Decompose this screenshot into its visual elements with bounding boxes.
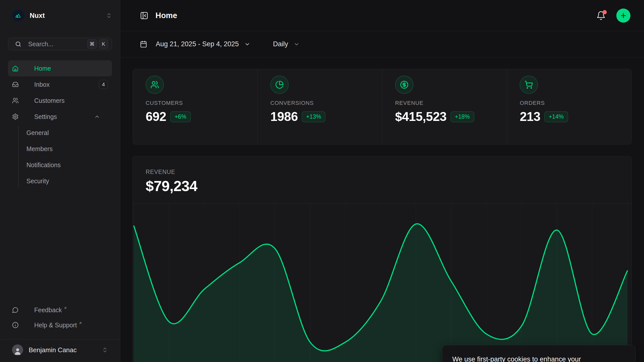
search-input[interactable]: Search... ⌘ K	[8, 38, 112, 50]
inbox-count-badge: 4	[99, 80, 108, 89]
cookie-banner: We use first-party cookies to enhance yo…	[442, 345, 636, 362]
stat-label: CUSTOMERS	[146, 100, 257, 106]
plus-icon	[620, 12, 627, 19]
sidebar-item-inbox[interactable]: Inbox 4	[8, 76, 112, 93]
chevron-down-icon	[244, 41, 250, 47]
dollar-circle-icon	[395, 76, 413, 94]
stat-delta-badge: +6%	[170, 111, 191, 122]
avatar	[12, 344, 23, 355]
kbd-k: K	[99, 39, 108, 49]
users-icon	[146, 76, 164, 94]
cookie-message: We use first-party cookies to enhance yo…	[452, 354, 611, 362]
stat-delta-badge: +18%	[451, 111, 474, 122]
sidebar-item-settings[interactable]: Settings	[8, 109, 112, 125]
sidebar-collapse-button[interactable]	[140, 11, 148, 20]
inbox-icon	[12, 81, 26, 88]
page-title: Home	[155, 11, 596, 20]
stat-revenue: REVENUE $415,523 +18%	[382, 69, 507, 144]
calendar-icon	[140, 40, 147, 48]
sidebar-item-security[interactable]: Security	[8, 173, 112, 189]
sidebar: Nuxt Search... ⌘ K	[0, 0, 120, 362]
chevron-down-icon	[294, 41, 300, 47]
feedback-label: Feedback	[34, 306, 62, 314]
user-name: Benjamin Canac	[29, 346, 102, 354]
date-range-label: Aug 21, 2025 - Sep 4, 2025	[156, 40, 239, 48]
sidebar-item-label: Customers	[34, 97, 65, 104]
gear-icon	[12, 113, 26, 120]
main-area: Home Aug 21, 2025 - Sep	[120, 0, 644, 362]
sidebar-item-general[interactable]: General	[8, 125, 112, 141]
dashboard-content: CUSTOMERS 692 +6% CONVERSIONS 1986	[120, 57, 644, 362]
stats-card: CUSTOMERS 692 +6% CONVERSIONS 1986	[133, 69, 632, 145]
sub-item-label: Members	[26, 145, 53, 153]
page-header: Home	[120, 0, 644, 31]
workspace-name: Nuxt	[30, 12, 106, 20]
chevrons-up-down-icon	[102, 347, 108, 353]
search-placeholder: Search...	[28, 40, 85, 48]
external-link-icon	[63, 306, 75, 310]
help-support-link[interactable]: Help & Support	[8, 318, 112, 333]
sidebar-item-label: Inbox	[34, 81, 50, 88]
app-window: Nuxt Search... ⌘ K	[0, 0, 644, 362]
filters-toolbar: Aug 21, 2025 - Sep 4, 2025 Daily	[120, 31, 644, 57]
stat-orders: ORDERS 213 +14%	[507, 69, 631, 144]
sub-item-label: Security	[26, 177, 49, 185]
sidebar-item-customers[interactable]: Customers	[8, 93, 112, 109]
granularity-label: Daily	[273, 40, 288, 48]
stat-label: CONVERSIONS	[270, 100, 382, 106]
sidebar-item-notifications[interactable]: Notifications	[8, 157, 112, 173]
notifications-button[interactable]	[596, 11, 606, 20]
shopping-cart-icon	[520, 76, 538, 94]
stat-label: REVENUE	[395, 100, 507, 106]
workspace-switcher[interactable]: Nuxt	[8, 9, 112, 22]
sidebar-item-label: Settings	[34, 113, 57, 120]
sub-item-label: General	[26, 129, 49, 137]
sidebar-nav: Home Inbox 4 Customers	[8, 60, 112, 189]
settings-subnav: General Members Notifications Security	[8, 125, 112, 189]
home-icon	[12, 65, 26, 72]
add-button[interactable]	[616, 9, 630, 23]
chevron-up-icon	[94, 114, 108, 120]
notification-dot	[602, 10, 607, 14]
stat-conversions: CONVERSIONS 1986 +13%	[257, 69, 382, 144]
user-menu[interactable]: Benjamin Canac	[8, 339, 112, 362]
search-icon	[15, 41, 22, 48]
stat-delta-badge: +13%	[302, 111, 325, 122]
feedback-link[interactable]: Feedback	[8, 302, 112, 318]
message-circle-icon	[12, 307, 26, 313]
stat-delta-badge: +14%	[544, 111, 568, 122]
sidebar-item-members[interactable]: Members	[8, 141, 112, 157]
date-range-picker[interactable]: Aug 21, 2025 - Sep 4, 2025	[140, 40, 250, 48]
granularity-select[interactable]: Daily	[273, 40, 300, 48]
revenue-chart-card: REVENUE $79,234	[133, 156, 632, 362]
stat-customers: CUSTOMERS 692 +6%	[133, 69, 257, 144]
kbd-meta: ⌘	[87, 39, 97, 49]
stat-value: 692	[146, 109, 166, 124]
info-circle-icon	[12, 322, 26, 328]
sidebar-item-label: Home	[34, 65, 51, 72]
help-support-label: Help & Support	[34, 322, 77, 329]
sub-item-label: Notifications	[26, 161, 61, 169]
sidebar-item-home[interactable]: Home	[8, 60, 112, 76]
chevrons-up-down-icon	[106, 13, 112, 19]
revenue-chart	[133, 203, 631, 362]
users-icon	[12, 97, 26, 104]
stat-value: $415,523	[395, 109, 447, 124]
revenue-panel-value: $79,234	[146, 178, 631, 194]
nuxt-logo-icon	[12, 10, 24, 22]
external-link-icon	[78, 321, 90, 325]
pie-chart-icon	[270, 76, 289, 94]
stat-value: 1986	[270, 109, 298, 124]
revenue-panel-label: REVENUE	[146, 168, 631, 175]
stat-label: ORDERS	[520, 100, 631, 106]
stat-value: 213	[520, 109, 540, 124]
